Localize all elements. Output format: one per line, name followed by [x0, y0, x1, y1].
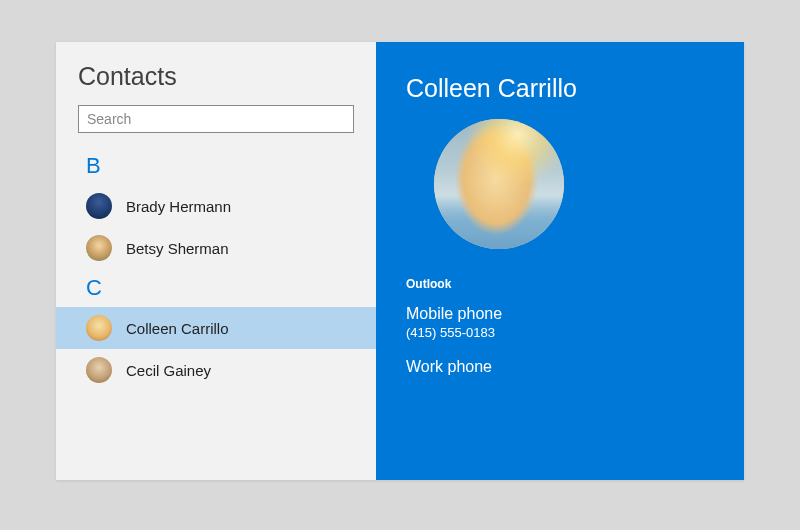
contact-list: B Brady Hermann Betsy Sherman C Colleen … [56, 147, 376, 480]
avatar-image [434, 119, 564, 249]
contact-name: Brady Hermann [126, 198, 231, 215]
contact-name: Colleen Carrillo [126, 320, 229, 337]
contacts-sidebar: Contacts B Brady Hermann Betsy Sherman C… [56, 42, 376, 480]
contact-item[interactable]: Betsy Sherman [56, 227, 376, 269]
field-value-mobile[interactable]: (415) 555-0183 [406, 325, 714, 340]
contact-item[interactable]: Colleen Carrillo [56, 307, 376, 349]
search-box[interactable] [78, 105, 354, 133]
avatar [86, 193, 112, 219]
detail-avatar [434, 119, 564, 249]
group-header-c[interactable]: C [56, 269, 376, 307]
source-label: Outlook [406, 277, 714, 291]
avatar [86, 357, 112, 383]
sidebar-title: Contacts [56, 62, 376, 91]
contact-item[interactable]: Cecil Gainey [56, 349, 376, 391]
contact-name: Cecil Gainey [126, 362, 211, 379]
avatar [86, 235, 112, 261]
contact-detail-pane: Colleen Carrillo Outlook Mobile phone (4… [376, 42, 744, 480]
contact-name: Betsy Sherman [126, 240, 229, 257]
field-label-mobile: Mobile phone [406, 305, 714, 323]
field-label-work: Work phone [406, 358, 714, 376]
search-input[interactable] [87, 111, 345, 127]
detail-name: Colleen Carrillo [406, 74, 714, 103]
contacts-window: Contacts B Brady Hermann Betsy Sherman C… [56, 42, 744, 480]
avatar [86, 315, 112, 341]
contact-item[interactable]: Brady Hermann [56, 185, 376, 227]
group-header-b[interactable]: B [56, 147, 376, 185]
